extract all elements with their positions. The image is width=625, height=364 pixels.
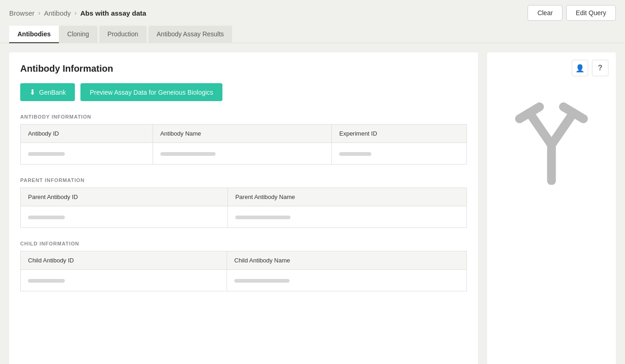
parent-table: Parent Antibody ID Parent Antibody Name bbox=[20, 188, 467, 228]
experiment-id-header: Experiment ID bbox=[332, 125, 467, 143]
preview-button[interactable]: Preview Assay Data for Geneious Biologic… bbox=[80, 83, 222, 101]
tab-production[interactable]: Production bbox=[99, 26, 147, 43]
clear-button[interactable]: Clear bbox=[528, 5, 562, 21]
parent-name-placeholder bbox=[235, 216, 290, 219]
tabs-bar: Antibodies Cloning Production Antibody A… bbox=[0, 26, 625, 43]
child-table: Child Antibody ID Child Antibody Name bbox=[20, 251, 467, 291]
parent-id-placeholder bbox=[28, 216, 65, 219]
parent-section-label: PARENT INFORMATION bbox=[20, 177, 467, 183]
page-title: Antibody Information bbox=[20, 63, 467, 74]
child-antibody-id-header: Child Antibody ID bbox=[21, 251, 227, 270]
parent-table-row bbox=[21, 206, 467, 228]
right-panel: 👤 ? bbox=[487, 52, 616, 364]
antibody-svg bbox=[510, 93, 593, 185]
antibody-id-header: Antibody ID bbox=[21, 125, 153, 143]
svg-line-0 bbox=[529, 113, 551, 145]
user-icon: 👤 bbox=[575, 64, 585, 73]
antibody-icon bbox=[510, 93, 593, 185]
antibody-name-header: Antibody Name bbox=[153, 125, 332, 143]
tab-antibodies[interactable]: Antibodies bbox=[9, 26, 59, 43]
breadcrumb: Browser › Antibody › Abs with assay data bbox=[9, 9, 146, 17]
breadcrumb-sep-2: › bbox=[74, 9, 77, 17]
antibody-id-placeholder bbox=[28, 152, 65, 156]
tab-cloning[interactable]: Cloning bbox=[59, 26, 97, 43]
child-table-row bbox=[21, 270, 467, 291]
antibody-table: Antibody ID Antibody Name Experiment ID bbox=[20, 124, 467, 165]
right-panel-icons: 👤 ? bbox=[494, 60, 608, 76]
antibody-section-label: ANTIBODY INFORMATION bbox=[20, 114, 467, 119]
parent-antibody-name-header: Parent Antibody Name bbox=[227, 188, 466, 206]
header-actions: Clear Edit Query bbox=[528, 5, 616, 21]
download-icon: ⬇ bbox=[29, 88, 35, 97]
breadcrumb-browser[interactable]: Browser bbox=[9, 9, 34, 17]
action-buttons: ⬇ GenBank Preview Assay Data for Geneiou… bbox=[20, 83, 467, 101]
antibody-id-cell bbox=[21, 143, 153, 165]
experiment-id-cell bbox=[332, 143, 467, 165]
child-antibody-name-header: Child Antibody Name bbox=[227, 251, 466, 270]
child-antibody-name-cell bbox=[227, 270, 466, 291]
main-content: Antibody Information ⬇ GenBank Preview A… bbox=[0, 43, 625, 364]
edit-query-button[interactable]: Edit Query bbox=[566, 5, 616, 21]
breadcrumb-current: Abs with assay data bbox=[80, 9, 146, 17]
child-name-placeholder bbox=[234, 279, 290, 283]
parent-antibody-id-cell bbox=[21, 206, 228, 228]
header: Browser › Antibody › Abs with assay data… bbox=[0, 0, 625, 26]
user-icon-button[interactable]: 👤 bbox=[572, 60, 588, 76]
help-icon-button[interactable]: ? bbox=[592, 60, 608, 76]
breadcrumb-antibody[interactable]: Antibody bbox=[44, 9, 71, 17]
help-icon: ? bbox=[598, 64, 602, 72]
breadcrumb-sep-1: › bbox=[38, 9, 40, 17]
left-panel: Antibody Information ⬇ GenBank Preview A… bbox=[9, 52, 478, 364]
parent-antibody-id-header: Parent Antibody ID bbox=[21, 188, 228, 206]
experiment-id-placeholder bbox=[339, 152, 371, 156]
child-id-placeholder bbox=[28, 279, 65, 283]
antibody-name-cell bbox=[153, 143, 332, 165]
tab-antibody-assay-results[interactable]: Antibody Assay Results bbox=[148, 26, 232, 43]
antibody-name-placeholder bbox=[160, 152, 216, 156]
child-antibody-id-cell bbox=[21, 270, 227, 291]
antibody-table-row bbox=[21, 143, 467, 165]
child-section-label: CHILD INFORMATION bbox=[20, 241, 467, 246]
genbank-button[interactable]: ⬇ GenBank bbox=[20, 83, 75, 101]
svg-line-1 bbox=[551, 113, 574, 145]
parent-antibody-name-cell bbox=[227, 206, 466, 228]
